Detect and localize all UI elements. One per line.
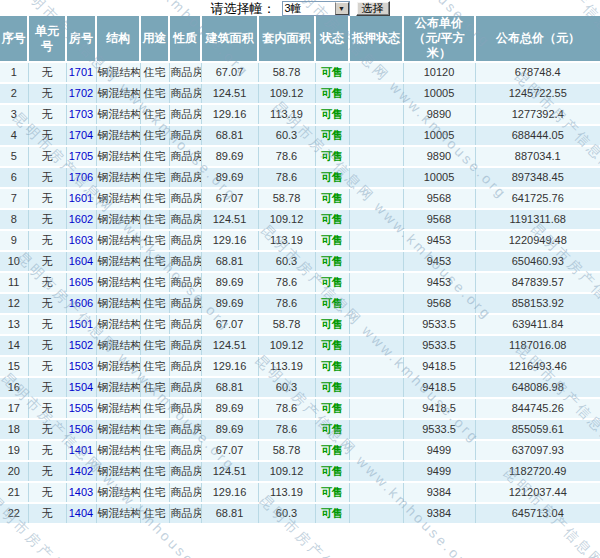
cell-unit-price: 9568 [403, 209, 475, 230]
cell-room-number[interactable]: 1602 [66, 209, 96, 230]
cell-room-number[interactable]: 1702 [66, 83, 96, 104]
column-header-10: 公布单价（元/平方米） [403, 16, 475, 62]
cell-unit-number: 无 [28, 398, 66, 419]
cell-mortgage-status [349, 188, 403, 209]
cell-room-number[interactable]: 1605 [66, 272, 96, 293]
cell-total-price: 1245722.55 [475, 83, 600, 104]
cell-unit-price: 9384 [403, 482, 475, 503]
cell-room-number[interactable]: 1606 [66, 293, 96, 314]
cell-unit-price: 9418.5 [403, 356, 475, 377]
cell-room-number[interactable]: 1503 [66, 356, 96, 377]
cell-unit-number: 无 [28, 419, 66, 440]
cell-unit-price: 10005 [403, 167, 475, 188]
cell-inner-area: 109.12 [258, 461, 315, 482]
cell-built-area: 89.69 [201, 293, 258, 314]
column-header-1: 单元号 [28, 16, 66, 62]
cell-row-number: 2 [0, 83, 28, 104]
cell-row-number: 7 [0, 188, 28, 209]
cell-structure: 钢混结构 [96, 146, 140, 167]
table-row: 5无1705钢混结构住宅商品房89.6978.6可售9890887034.1 [0, 146, 600, 167]
chevron-down-icon[interactable]: ▼ [335, 2, 349, 15]
cell-room-number[interactable]: 1502 [66, 335, 96, 356]
cell-mortgage-status [349, 62, 403, 83]
cell-structure: 钢混结构 [96, 314, 140, 335]
cell-unit-price: 9499 [403, 440, 475, 461]
cell-mortgage-status [349, 314, 403, 335]
cell-total-price: 1212037.44 [475, 482, 600, 503]
cell-room-number[interactable]: 1701 [66, 62, 96, 83]
cell-nature: 商品房 [169, 356, 201, 377]
cell-status: 可售 [315, 461, 349, 482]
select-button[interactable]: 选择 [356, 1, 390, 16]
cell-row-number: 12 [0, 293, 28, 314]
cell-row-number: 17 [0, 398, 28, 419]
cell-unit-price: 9453 [403, 251, 475, 272]
cell-inner-area: 78.6 [258, 398, 315, 419]
table-row: 1无1701钢混结构住宅商品房67.0758.78可售10120678748.4 [0, 62, 600, 83]
cell-room-number[interactable]: 1706 [66, 167, 96, 188]
cell-built-area: 129.16 [201, 482, 258, 503]
cell-room-number[interactable]: 1401 [66, 440, 96, 461]
cell-total-price: 1220949.48 [475, 230, 600, 251]
cell-use: 住宅 [140, 209, 169, 230]
cell-unit-number: 无 [28, 230, 66, 251]
cell-use: 住宅 [140, 461, 169, 482]
cell-room-number[interactable]: 1402 [66, 461, 96, 482]
cell-total-price: 1277392.4 [475, 104, 600, 125]
cell-room-number[interactable]: 1601 [66, 188, 96, 209]
cell-mortgage-status [349, 398, 403, 419]
cell-nature: 商品房 [169, 251, 201, 272]
cell-room-number[interactable]: 1703 [66, 104, 96, 125]
cell-use: 住宅 [140, 104, 169, 125]
cell-room-number[interactable]: 1704 [66, 125, 96, 146]
building-select-value: 3幢 [283, 2, 335, 15]
table-row: 9无1603钢混结构住宅商品房129.16113.19可售94531220949… [0, 230, 600, 251]
cell-room-number[interactable]: 1504 [66, 377, 96, 398]
cell-use: 住宅 [140, 503, 169, 524]
building-select-label: 请选择幢： [211, 2, 276, 16]
cell-status: 可售 [315, 230, 349, 251]
cell-room-number[interactable]: 1404 [66, 503, 96, 524]
cell-unit-number: 无 [28, 272, 66, 293]
cell-unit-number: 无 [28, 440, 66, 461]
cell-unit-price: 10120 [403, 62, 475, 83]
cell-room-number[interactable]: 1603 [66, 230, 96, 251]
column-header-5: 性质 [169, 16, 201, 62]
cell-structure: 钢混结构 [96, 62, 140, 83]
cell-row-number: 15 [0, 356, 28, 377]
cell-room-number[interactable]: 1505 [66, 398, 96, 419]
cell-room-number[interactable]: 1506 [66, 419, 96, 440]
cell-nature: 商品房 [169, 482, 201, 503]
cell-nature: 商品房 [169, 272, 201, 293]
cell-unit-price: 9418.5 [403, 398, 475, 419]
column-header-6: 建筑面积 [201, 16, 258, 62]
cell-use: 住宅 [140, 293, 169, 314]
cell-structure: 钢混结构 [96, 251, 140, 272]
cell-room-number[interactable]: 1501 [66, 314, 96, 335]
cell-nature: 商品房 [169, 503, 201, 524]
cell-room-number[interactable]: 1403 [66, 482, 96, 503]
cell-room-number[interactable]: 1705 [66, 146, 96, 167]
cell-built-area: 89.69 [201, 272, 258, 293]
cell-mortgage-status [349, 356, 403, 377]
cell-unit-number: 无 [28, 62, 66, 83]
cell-use: 住宅 [140, 188, 169, 209]
cell-built-area: 124.51 [201, 83, 258, 104]
cell-nature: 商品房 [169, 146, 201, 167]
cell-inner-area: 58.78 [258, 314, 315, 335]
cell-built-area: 67.07 [201, 188, 258, 209]
cell-mortgage-status [349, 440, 403, 461]
cell-unit-number: 无 [28, 146, 66, 167]
cell-built-area: 68.81 [201, 251, 258, 272]
cell-structure: 钢混结构 [96, 335, 140, 356]
cell-use: 住宅 [140, 251, 169, 272]
cell-row-number: 16 [0, 377, 28, 398]
table-row: 8无1602钢混结构住宅商品房124.51109.12可售95681191311… [0, 209, 600, 230]
cell-row-number: 1 [0, 62, 28, 83]
building-select-dropdown[interactable]: 3幢 ▼ [282, 1, 350, 16]
cell-room-number[interactable]: 1604 [66, 251, 96, 272]
cell-mortgage-status [349, 461, 403, 482]
cell-inner-area: 78.6 [258, 419, 315, 440]
listing-table: 序号单元号房号结构用途性质建筑面积套内面积状态抵押状态公布单价（元/平方米）公布… [0, 16, 600, 525]
cell-nature: 商品房 [169, 62, 201, 83]
